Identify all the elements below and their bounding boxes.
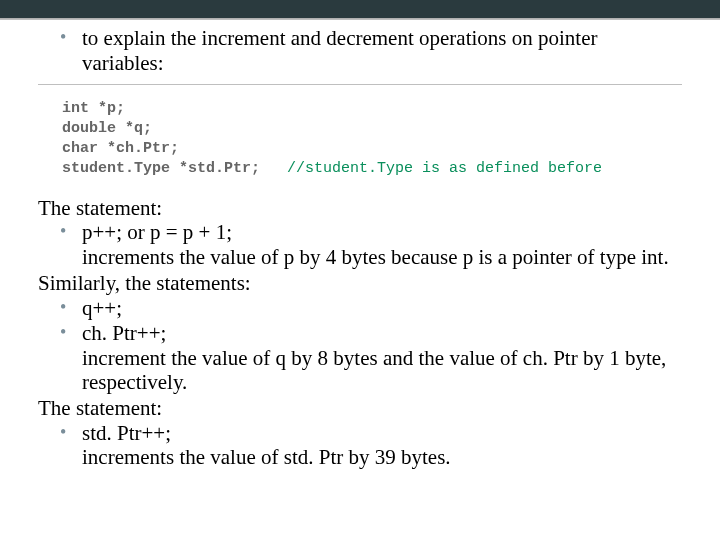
section-2-bullet-1: • q++; — [60, 296, 682, 321]
code-line-1: int *p; — [62, 100, 125, 117]
section-1-bullet: • p++; or p = p + 1; — [60, 220, 682, 245]
section-2-code-2: ch. Ptr++; — [82, 321, 166, 346]
section-3-title: The statement: — [38, 396, 682, 421]
bullet-icon: • — [60, 421, 82, 446]
section-3-code: std. Ptr++; — [82, 421, 171, 446]
code-comment: //student.Type is as defined before — [260, 160, 602, 177]
slide-content: • to explain the increment and decrement… — [0, 20, 720, 469]
code-line-4: student.Type *std.Ptr; — [62, 160, 260, 177]
code-line-3: char *ch.Ptr; — [62, 140, 179, 157]
bullet-icon: • — [60, 321, 82, 346]
section-1-explain: increments the value of p by 4 bytes bec… — [82, 245, 682, 269]
section-2-title: Similarly, the statements: — [38, 271, 682, 296]
section-2-bullet-2: • ch. Ptr++; — [60, 321, 682, 346]
intro-bullet: • to explain the increment and decrement… — [60, 26, 682, 76]
bullet-icon: • — [60, 296, 82, 321]
intro-text: to explain the increment and decrement o… — [82, 26, 682, 76]
section-3-bullet: • std. Ptr++; — [60, 421, 682, 446]
slide: • to explain the increment and decrement… — [0, 0, 720, 540]
section-2-code-1: q++; — [82, 296, 122, 321]
section-2-explain: increment the value of q by 8 bytes and … — [82, 346, 682, 394]
bullet-icon: • — [60, 26, 82, 76]
section-1-title: The statement: — [38, 196, 682, 221]
slide-topbar — [0, 0, 720, 19]
bullet-icon: • — [60, 220, 82, 245]
section-1-code: p++; or p = p + 1; — [82, 220, 232, 245]
section-3-explain: increments the value of std. Ptr by 39 b… — [82, 445, 682, 469]
code-line-2: double *q; — [62, 120, 152, 137]
divider-under-intro — [38, 84, 682, 85]
code-block: int *p; double *q; char *ch.Ptr; student… — [62, 99, 682, 180]
